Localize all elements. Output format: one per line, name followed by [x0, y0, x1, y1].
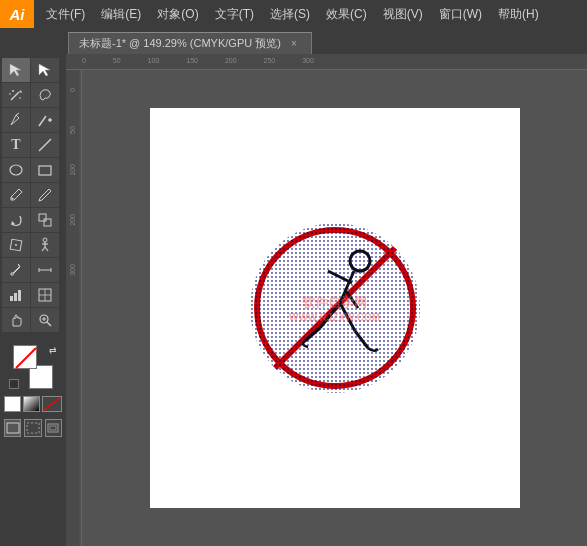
draw-behind-button[interactable]: [24, 419, 41, 437]
tool-row-magic: [2, 83, 64, 107]
rectangle-tool[interactable]: [31, 158, 59, 182]
ruler-left: 0 50 100 200 300: [66, 70, 82, 546]
menu-select[interactable]: 选择(S): [262, 0, 318, 28]
pen-tool[interactable]: [2, 108, 30, 132]
svg-line-53: [320, 303, 340, 328]
svg-line-35: [16, 348, 36, 368]
tab-close-button[interactable]: ×: [287, 37, 301, 51]
measure-tool[interactable]: [31, 258, 59, 282]
paintbrush-tool[interactable]: [2, 183, 30, 207]
tab-label: 未标题-1* @ 149.29% (CMYK/GPU 预览): [79, 36, 281, 51]
menu-bar: 文件(F) 编辑(E) 对象(O) 文字(T) 选择(S) 效果(C) 视图(V…: [34, 0, 587, 28]
toolbar: T: [0, 54, 66, 546]
lasso-tool[interactable]: [31, 83, 59, 107]
fg-color-box[interactable]: [13, 345, 37, 369]
tool-row-measure: [2, 258, 64, 282]
tab-bar: 未标题-1* @ 149.29% (CMYK/GPU 预览) ×: [0, 28, 587, 54]
svg-rect-10: [39, 166, 51, 175]
line-tool[interactable]: [31, 133, 59, 157]
svg-point-9: [10, 165, 22, 175]
menu-file[interactable]: 文件(F): [38, 0, 93, 28]
ruler-top: 0 50 100 150 200 250 300: [66, 54, 587, 70]
menu-help[interactable]: 帮助(H): [490, 0, 547, 28]
tool-row-transform: [2, 208, 64, 232]
svg-rect-37: [7, 423, 19, 433]
svg-point-3: [9, 93, 11, 95]
svg-text:0: 0: [69, 88, 76, 92]
gradient-mode-button[interactable]: [23, 396, 40, 412]
none-mode-button[interactable]: [42, 396, 62, 412]
title-bar: Ai 文件(F) 编辑(E) 对象(O) 文字(T) 选择(S) 效果(C) 视…: [0, 0, 587, 28]
color-area: ⇄: [2, 341, 64, 441]
reset-colors-button[interactable]: [9, 379, 19, 389]
scale-tool[interactable]: [31, 208, 59, 232]
draw-normal-button[interactable]: [4, 419, 21, 437]
no-running-sign[interactable]: [250, 223, 420, 393]
white-canvas[interactable]: 软件自学网 WWW.RJZXW.COM: [150, 108, 520, 508]
svg-rect-25: [10, 296, 13, 301]
ellipse-tool[interactable]: [2, 158, 30, 182]
graph-tool[interactable]: [2, 283, 30, 307]
svg-point-4: [19, 97, 21, 99]
magic-wand-tool[interactable]: [2, 83, 30, 107]
svg-text:200: 200: [69, 214, 76, 226]
svg-line-51: [328, 271, 352, 283]
svg-text:100: 100: [69, 164, 76, 176]
svg-text:300: 300: [69, 264, 76, 276]
svg-point-2: [12, 90, 14, 92]
svg-rect-27: [18, 290, 21, 301]
swap-colors-button[interactable]: ⇄: [49, 345, 57, 355]
tool-row-shape: [2, 158, 64, 182]
eyedropper-tool[interactable]: [2, 258, 30, 282]
selection-tool[interactable]: [2, 58, 30, 82]
color-mode-button[interactable]: [4, 396, 21, 412]
svg-line-8: [39, 139, 51, 151]
tool-row-type: T: [2, 133, 64, 157]
svg-line-5: [16, 113, 19, 115]
menu-effect[interactable]: 效果(C): [318, 0, 375, 28]
svg-point-17: [43, 238, 47, 242]
svg-line-20: [42, 247, 45, 251]
hand-tool[interactable]: [2, 308, 30, 332]
no-running-svg: [250, 223, 420, 393]
svg-point-49: [350, 251, 370, 271]
rotate-tool[interactable]: [2, 208, 30, 232]
draw-inside-button[interactable]: [45, 419, 62, 437]
tool-row-paint: [2, 183, 64, 207]
direct-selection-tool[interactable]: [31, 58, 59, 82]
tool-row-artboard: [2, 308, 64, 332]
menu-text[interactable]: 文字(T): [207, 0, 262, 28]
ai-logo: Ai: [0, 0, 34, 28]
svg-rect-14: [44, 219, 51, 226]
svg-line-0: [11, 92, 19, 100]
menu-window[interactable]: 窗口(W): [431, 0, 490, 28]
zoom-tool[interactable]: [31, 308, 59, 332]
type-tool[interactable]: T: [2, 133, 30, 157]
canvas[interactable]: 软件自学网 WWW.RJZXW.COM: [82, 70, 587, 546]
svg-rect-39: [48, 424, 58, 432]
free-transform-tool[interactable]: [2, 233, 30, 257]
menu-edit[interactable]: 编辑(E): [93, 0, 149, 28]
main-layout: T: [0, 54, 587, 546]
pencil-tool[interactable]: [31, 183, 59, 207]
svg-rect-40: [50, 426, 56, 430]
menu-object[interactable]: 对象(O): [149, 0, 206, 28]
fg-bg-colors[interactable]: ⇄: [9, 345, 57, 389]
svg-line-56: [355, 331, 368, 348]
tool-row-graph: [2, 283, 64, 307]
svg-rect-38: [27, 423, 39, 433]
add-anchor-tool[interactable]: [31, 108, 59, 132]
svg-point-16: [15, 244, 17, 246]
tool-row-select: [2, 58, 64, 82]
svg-line-36: [44, 398, 60, 410]
puppet-warp-tool[interactable]: [31, 233, 59, 257]
active-tab[interactable]: 未标题-1* @ 149.29% (CMYK/GPU 预览) ×: [68, 32, 312, 54]
svg-line-21: [45, 247, 48, 251]
draw-mode-row: [4, 419, 62, 437]
svg-rect-13: [39, 214, 46, 221]
canvas-area[interactable]: 0 50 100 150 200 250 300 0 50 100 200 30…: [66, 54, 587, 546]
slice-tool[interactable]: [31, 283, 59, 307]
svg-line-32: [47, 322, 51, 326]
menu-view[interactable]: 视图(V): [375, 0, 431, 28]
tool-row-pen: [2, 108, 64, 132]
